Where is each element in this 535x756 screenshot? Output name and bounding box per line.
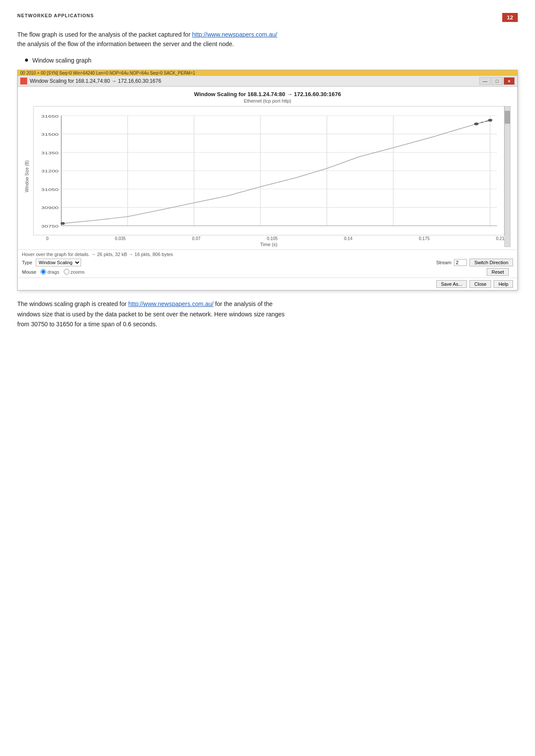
graph-title: Window Scaling for 168.1.24.74:80 → 172.… — [25, 91, 510, 97]
graph-controls-row: Type Window Scaling Stream Switch Direct… — [22, 259, 513, 266]
fake-taskbar: 00 2010 + 00 [SYN] Seq=0 Win=64240 Len=0… — [18, 70, 517, 76]
graph-bottom-info: Hover over the graph for details. → 26 p… — [18, 250, 517, 278]
window-titlebar: Window Scaling for 168.1.24,74:80 → 172.… — [18, 76, 517, 87]
type-label: Type — [22, 260, 32, 265]
page-number: 12 — [502, 13, 518, 22]
zooms-radio-label[interactable]: zooms — [64, 269, 84, 275]
svg-text:31500: 31500 — [41, 132, 59, 137]
stream-input-group — [454, 259, 467, 266]
svg-point-24 — [61, 222, 65, 225]
svg-text:31350: 31350 — [41, 150, 59, 155]
switch-direction-button[interactable]: Switch Direction — [469, 259, 513, 266]
controls-right: Stream Switch Direction — [436, 259, 513, 266]
chart-svg[interactable]: 31650 31500 31350 31200 31050 30900 3075… — [33, 106, 504, 235]
svg-text:31050: 31050 — [41, 187, 59, 192]
outro-paragraph: The windows scaling graph is created for… — [17, 299, 518, 330]
wireshark-icon — [20, 78, 27, 84]
svg-point-26 — [474, 122, 479, 125]
window-title-left: Window Scaling for 168.1.24,74:80 → 172.… — [20, 78, 161, 84]
page-header: NETWORKED APPLICATIONS 12 — [17, 13, 518, 22]
close-window-button[interactable]: × — [504, 77, 515, 85]
bullet-icon — [25, 59, 28, 62]
controls-left: Type Window Scaling — [22, 259, 81, 266]
drags-radio-label[interactable]: drags — [41, 269, 59, 275]
section-title: NETWORKED APPLICATIONS — [17, 13, 94, 18]
wireshark-window: 00 2010 + 00 [SYN] Seq=0 Win=64240 Len=0… — [17, 70, 518, 291]
chart-area: Window Size (B) — [25, 106, 510, 247]
outro-line2: windows size that is used by the data pa… — [17, 311, 285, 318]
drags-radio[interactable] — [41, 269, 46, 275]
save-as-button[interactable]: Save As... — [436, 280, 467, 288]
help-button[interactable]: Help — [494, 280, 513, 288]
svg-point-0 — [22, 79, 26, 83]
scrollbar-thumb[interactable] — [505, 111, 510, 124]
zooms-label: zooms — [71, 269, 84, 275]
svg-text:31650: 31650 — [41, 114, 59, 119]
hover-info-text: Hover over the graph for details. → 26 p… — [22, 252, 513, 257]
drags-label: drags — [47, 269, 59, 275]
minimize-button[interactable]: — — [479, 77, 491, 85]
outro-text-after-link: for the analysis of the — [213, 300, 272, 307]
chart-inner: 31650 31500 31350 31200 31050 30900 3075… — [33, 106, 504, 247]
window-title-text: Window Scaling for 168.1.24,74:80 → 172.… — [30, 78, 161, 84]
svg-point-27 — [488, 119, 492, 122]
y-axis-label: Window Size (B) — [25, 106, 33, 247]
bottom-buttons: Save As... Close Help — [18, 278, 517, 290]
reset-button[interactable]: Reset — [487, 268, 509, 276]
x-axis-labels: 0 0.035 0.07 0.105 0.14 0.175 0.21 — [33, 235, 504, 241]
svg-text:30900: 30900 — [41, 206, 59, 210]
outro-link[interactable]: http://www.newspapers.com.au/ — [128, 300, 214, 307]
intro-paragraph2: the analysis of the flow of the informat… — [17, 41, 234, 47]
bullet-label: Window scaling graph — [32, 57, 91, 64]
type-select[interactable]: Window Scaling — [36, 259, 81, 266]
mouse-label: Mouse — [22, 269, 36, 275]
intro-link[interactable]: http://www.newspapers.com.au/ — [192, 31, 277, 38]
zooms-radio[interactable] — [64, 269, 69, 275]
intro-paragraph: The flow graph is used for the analysis … — [17, 30, 518, 49]
mouse-row: Mouse drags zooms Reset — [22, 268, 513, 276]
close-button[interactable]: Close — [469, 280, 491, 288]
window-controls: — □ × — [479, 77, 515, 85]
stream-input[interactable] — [454, 259, 467, 266]
graph-container: Window Scaling for 168.1.24.74:80 → 172.… — [18, 87, 517, 250]
svg-text:30750: 30750 — [41, 224, 59, 228]
graph-subtitle: Ethernet (tcp port http) — [25, 98, 510, 103]
outro-line3: from 30750 to 31650 for a time span of 0… — [17, 321, 157, 328]
bullet-point: Window scaling graph — [17, 57, 518, 64]
scrollbar-right[interactable] — [504, 106, 510, 247]
stream-label: Stream — [436, 260, 451, 265]
svg-text:31200: 31200 — [41, 169, 59, 173]
x-axis-title: Time (s) — [33, 242, 504, 247]
restore-button[interactable]: □ — [491, 77, 503, 85]
intro-text-before-link: The flow graph is used for the analysis … — [17, 31, 192, 38]
outro-text-before-link: The windows scaling graph is created for — [17, 300, 128, 307]
